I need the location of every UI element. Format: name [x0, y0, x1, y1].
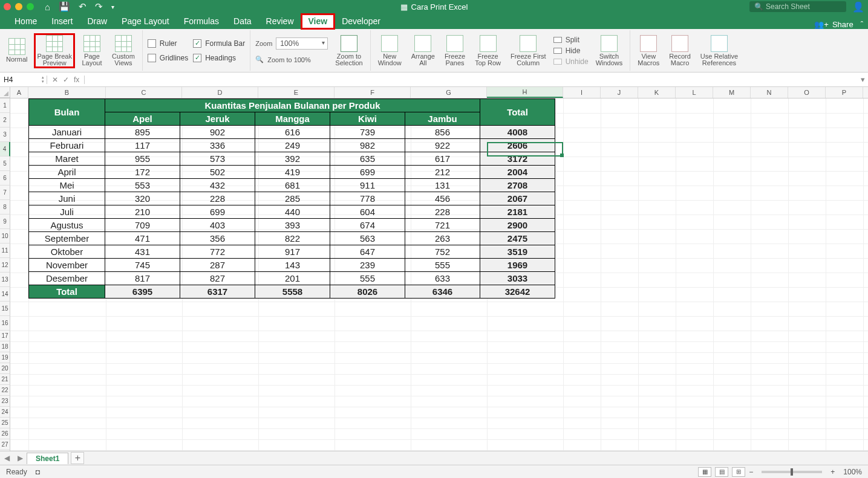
row-header[interactable]: 10 [0, 229, 10, 244]
redo-icon[interactable]: ↷ [95, 1, 103, 12]
freeze-top-row-button[interactable]: Freeze Top Row [472, 34, 503, 68]
view-macros-button[interactable]: View Macros [635, 34, 662, 68]
cell-row-total[interactable]: 3172 [480, 152, 555, 166]
cell-value[interactable]: 895 [105, 126, 180, 139]
cell-value[interactable]: 699 [180, 205, 255, 219]
column-header[interactable]: O [788, 87, 826, 98]
row-header[interactable]: 27 [0, 439, 10, 450]
row-header[interactable]: 26 [0, 428, 10, 439]
cell-value[interactable]: 403 [180, 219, 255, 232]
arrange-all-button[interactable]: Arrange All [409, 34, 437, 68]
column-header[interactable]: M [713, 87, 751, 98]
hide-button[interactable]: Hide [553, 47, 589, 55]
cell-value[interactable]: 573 [180, 152, 255, 166]
cell-value[interactable]: 432 [180, 179, 255, 192]
user-account-icon[interactable]: 👤 [852, 1, 864, 13]
column-header[interactable]: F [334, 87, 411, 98]
cell-month[interactable]: Maret [29, 152, 105, 166]
column-header[interactable]: E [258, 87, 334, 98]
new-window-button[interactable]: New Window [376, 34, 404, 68]
search-sheet-input[interactable]: 🔍 Search Sheet [749, 1, 846, 12]
cell-row-total[interactable]: 2900 [480, 219, 555, 232]
cell-month[interactable]: Februari [29, 139, 105, 152]
cell-value[interactable]: 336 [180, 139, 255, 152]
cell-value[interactable]: 117 [105, 139, 180, 152]
cell-value[interactable]: 143 [255, 259, 330, 272]
row-header[interactable]: 25 [0, 418, 10, 428]
cell-value[interactable]: 752 [405, 245, 480, 259]
cell-value[interactable]: 617 [405, 152, 480, 166]
ribbon-collapse-icon[interactable]: ˆ [861, 20, 863, 29]
freeze-panes-button[interactable]: Freeze Panes [442, 34, 468, 68]
confirm-formula-icon[interactable]: ✓ [63, 76, 69, 84]
cell-month[interactable]: Juli [29, 205, 105, 219]
row-header[interactable]: 7 [0, 186, 10, 200]
close-window-icon[interactable] [4, 3, 11, 10]
cell-value[interactable]: 239 [330, 259, 405, 272]
cell-col-total[interactable]: 6317 [180, 285, 255, 299]
cell-value[interactable]: 249 [255, 139, 330, 152]
row-header[interactable]: 3 [0, 128, 10, 142]
cell-row-total[interactable]: 3033 [480, 272, 555, 285]
ribbon-tab-review[interactable]: Review [259, 14, 301, 29]
ribbon-tab-draw[interactable]: Draw [80, 14, 114, 29]
cell-col-total[interactable]: 6395 [105, 285, 180, 299]
cell-value[interactable]: 172 [105, 166, 180, 179]
ribbon-tab-developer[interactable]: Developer [334, 14, 388, 29]
save-icon[interactable]: 💾 [59, 1, 70, 12]
row-header[interactable]: 9 [0, 215, 10, 229]
cell-col-total[interactable]: 5558 [255, 285, 330, 299]
cell-value[interactable]: 911 [330, 179, 405, 192]
cell-value[interactable]: 739 [330, 126, 405, 139]
cell-value[interactable]: 822 [255, 232, 330, 245]
cell-value[interactable]: 212 [405, 166, 480, 179]
sheet-tab[interactable]: Sheet1 [27, 453, 68, 464]
cell-value[interactable]: 917 [255, 245, 330, 259]
cell-value[interactable]: 201 [255, 272, 330, 285]
split-button[interactable]: Split [553, 36, 589, 44]
column-header[interactable]: C [106, 87, 182, 98]
cell-total-label[interactable]: Total [29, 285, 105, 299]
column-header[interactable]: G [411, 87, 487, 98]
column-header[interactable]: J [601, 87, 638, 98]
cell-col-total[interactable]: 6346 [405, 285, 480, 299]
page-layout-view-button[interactable]: Page Layout [79, 34, 105, 68]
cell-value[interactable]: 440 [255, 205, 330, 219]
cell-value[interactable]: 817 [105, 272, 180, 285]
row-header[interactable]: 6 [0, 171, 10, 186]
row-header[interactable]: 11 [0, 244, 10, 258]
row-header[interactable]: 28 [0, 450, 10, 451]
cell-month[interactable]: September [29, 232, 105, 245]
cell-row-total[interactable]: 3519 [480, 245, 555, 259]
row-header[interactable]: 19 [0, 352, 10, 363]
cell-value[interactable]: 471 [105, 232, 180, 245]
cell-row-total[interactable]: 4008 [480, 126, 555, 139]
freeze-first-column-button[interactable]: Freeze First Column [508, 34, 549, 68]
row-header[interactable]: 22 [0, 385, 10, 396]
row-header[interactable]: 14 [0, 287, 10, 302]
select-all-corner[interactable] [0, 87, 10, 98]
cell-value[interactable]: 392 [255, 152, 330, 166]
column-header[interactable]: D [182, 87, 258, 98]
cell-value[interactable]: 709 [105, 219, 180, 232]
ribbon-tab-data[interactable]: Data [226, 14, 259, 29]
zoom-dropdown[interactable]: 100% [276, 37, 328, 50]
record-macro-button[interactable]: Record Macro [667, 34, 693, 68]
zoom-out-button[interactable]: − [749, 468, 753, 476]
cell-value[interactable]: 604 [330, 205, 405, 219]
cell-value[interactable]: 681 [255, 179, 330, 192]
cell-value[interactable]: 633 [405, 272, 480, 285]
cell-month[interactable]: April [29, 166, 105, 179]
cell-value[interactable]: 131 [405, 179, 480, 192]
fx-icon[interactable]: fx [74, 76, 79, 84]
fullscreen-window-icon[interactable] [27, 3, 34, 10]
cell-value[interactable]: 502 [180, 166, 255, 179]
cell-month[interactable]: Januari [29, 126, 105, 139]
row-header[interactable]: 2 [0, 113, 10, 128]
cell-value[interactable]: 778 [330, 192, 405, 205]
row-header[interactable]: 4 [0, 142, 10, 157]
row-header[interactable]: 17 [0, 331, 10, 341]
row-header[interactable]: 23 [0, 396, 10, 407]
cell-month[interactable]: Agustus [29, 219, 105, 232]
switch-windows-button[interactable]: Switch Windows [593, 34, 625, 68]
